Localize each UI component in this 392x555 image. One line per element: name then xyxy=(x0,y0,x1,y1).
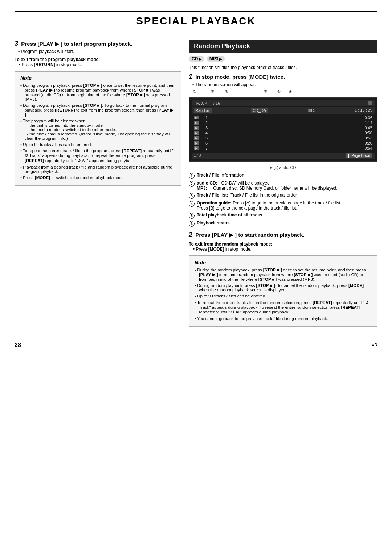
screen-stop-icon xyxy=(368,101,372,105)
screen-mode-label: Random xyxy=(194,108,212,113)
ann-circle-3: 3 xyxy=(189,193,195,199)
table-row: ▶10:36 xyxy=(194,115,372,120)
ann-num-6: ⑥ xyxy=(289,89,292,93)
ann-num-3: ③ xyxy=(225,89,228,93)
ann-text-6: Playback status xyxy=(197,220,377,227)
screen-mode-bar: Random CD_DA Total 1 : 13 : 29 xyxy=(192,107,375,114)
exit-sub-right: • Press [MODE] in stop mode. xyxy=(193,247,377,252)
note-title-right: Note xyxy=(195,260,372,266)
screen-page-indicator: 1 / 3 xyxy=(194,153,201,158)
note-box-left: Note • During program playback, press [S… xyxy=(15,71,181,186)
screen-track-info: TRACK - - / 16 xyxy=(194,101,220,105)
ann-num-5: ⑤ xyxy=(277,89,281,93)
page-number: 28 xyxy=(15,342,21,348)
page-title: SPECIAL PLAYBACK xyxy=(15,11,377,31)
ann-num-1: ① xyxy=(193,89,196,93)
exit-sub-left: • Press [RETURN] in stop mode. xyxy=(19,62,181,67)
exit-heading-left: To exit from the program playback mode: xyxy=(15,57,181,62)
screen-bottom: 1 / 3 ▌ Page Down xyxy=(192,153,375,159)
annotation-5: 5 Total playback time of all tracks xyxy=(189,212,377,219)
table-row: ▶30:45 xyxy=(194,125,372,130)
screen-page-down: ▌ Page Down xyxy=(346,153,372,158)
screen-total-label: Total xyxy=(307,108,315,113)
annotation-6: 6 Playback status xyxy=(189,220,377,227)
step1-heading: 1 In stop mode, press [MODE] twice. xyxy=(189,73,377,81)
table-row: ▶40:50 xyxy=(194,130,372,135)
section-header: Random Playback xyxy=(189,40,377,53)
note-title-left: Note xyxy=(20,75,176,81)
note-item-left-5: • To repeat the current track / file in … xyxy=(20,149,176,163)
step1-sub: • The random screen will appear. xyxy=(192,82,377,87)
exit-heading-right: To exit from the random playback mode: xyxy=(189,242,377,247)
table-row: ▶60:20 xyxy=(194,141,372,146)
annotation-2: 2 audio CD: "CD-DA" will be displayed. M… xyxy=(189,181,377,191)
cd-badge: CD xyxy=(189,56,204,62)
exit-box-left: To exit from the program playback mode: … xyxy=(15,57,181,67)
mp3-badge: MP3 xyxy=(207,56,225,62)
annotation-4: 4 Operation guide: Press [A] to go to th… xyxy=(189,200,377,211)
ann-circle-2: 2 xyxy=(189,181,195,187)
note-item-left-1: • During program playback, press [STOP ■… xyxy=(20,83,176,101)
screen-container: TRACK - - / 16 Random CD_DA Total 1 : 13… xyxy=(189,97,377,162)
screen-cd-da: CD_DA xyxy=(251,108,268,113)
ann-num-4: ④ xyxy=(264,89,267,93)
ann-circle-4: 4 xyxy=(189,201,195,207)
note-item-left-6: • Playback from a desired track / file a… xyxy=(20,165,176,174)
screen-annotation-numbers: ① ② ③ ④ ⑤ ⑥ xyxy=(192,89,377,93)
ann-text-1: Track / File information xyxy=(197,173,377,179)
annotations-list: 1 Track / File information 2 audio CD: "… xyxy=(189,173,377,227)
intro-text: This function shuffles the playback orde… xyxy=(189,65,377,70)
track-list: ▶10:36 ▶21:14 ▶30:45 ▶40:50 ▶50:53 ▶60:2… xyxy=(192,114,375,151)
annotation-1: 1 Track / File information xyxy=(189,173,377,179)
note-item-right-1: • During the random playback, press [STO… xyxy=(195,268,372,281)
note-item-left-3: • The program will be cleared when; - th… xyxy=(20,119,176,141)
exit-box-right: To exit from the random playback mode: •… xyxy=(189,242,377,252)
page-footer: 28 EN xyxy=(15,338,377,348)
ann-text-2: audio CD: "CD-DA" will be displayed. MP3… xyxy=(197,181,377,191)
left-column: 3 Press [PLAY ▶ ] to start program playb… xyxy=(15,40,181,327)
table-row: ▶70:54 xyxy=(194,146,372,151)
note-item-left-2: • During program playback, press [STOP ■… xyxy=(20,103,176,117)
ann-num-2: ② xyxy=(211,89,214,93)
screen-top-bar: TRACK - - / 16 xyxy=(192,100,375,106)
step3-sub: • Program playback will start. xyxy=(18,49,181,54)
step3-heading: 3 Press [PLAY ▶ ] to start program playb… xyxy=(15,40,181,48)
screen-total-time: 1 : 13 : 29 xyxy=(355,108,372,113)
table-row: ▶50:53 xyxy=(194,135,372,141)
ann-circle-1: 1 xyxy=(189,173,195,179)
note-box-right: Note • During the random playback, press… xyxy=(189,255,377,327)
screen-caption: e.g.) audio CD xyxy=(189,165,377,170)
ann-circle-5: 5 xyxy=(189,213,195,219)
annotation-3: 3 Track / File list: Track / File list i… xyxy=(189,193,377,199)
table-row: ▶21:14 xyxy=(194,120,372,125)
ann-text-4: Operation guide: Press [A] to go to the … xyxy=(197,200,377,211)
right-column: Random Playback CD MP3 This function shu… xyxy=(189,40,377,327)
note-item-right-2: • During random playback, press [STOP ■ … xyxy=(195,283,372,292)
step2-heading: 2 Press [PLAY ▶ ] to start random playba… xyxy=(189,231,377,239)
note-item-left-7: • Press [MODE] to switch to the random p… xyxy=(20,175,176,180)
note-item-right-5: • You cannot go back to the previous tra… xyxy=(195,316,372,321)
ann-circle-6: 6 xyxy=(189,221,195,227)
en-label: EN xyxy=(371,342,377,348)
note-item-left-4: • Up to 99 tracks / files can be entered… xyxy=(20,142,176,147)
cd-mp3-badges: CD MP3 xyxy=(189,56,377,62)
ann-text-3: Track / File list: Track / File list in … xyxy=(197,193,377,199)
note-item-right-4: • To repeat the current track / file in … xyxy=(195,300,372,315)
ann-text-5: Total playback time of all tracks xyxy=(197,212,377,219)
note-item-right-3: • Up to 99 tracks / files can be entered… xyxy=(195,294,372,298)
